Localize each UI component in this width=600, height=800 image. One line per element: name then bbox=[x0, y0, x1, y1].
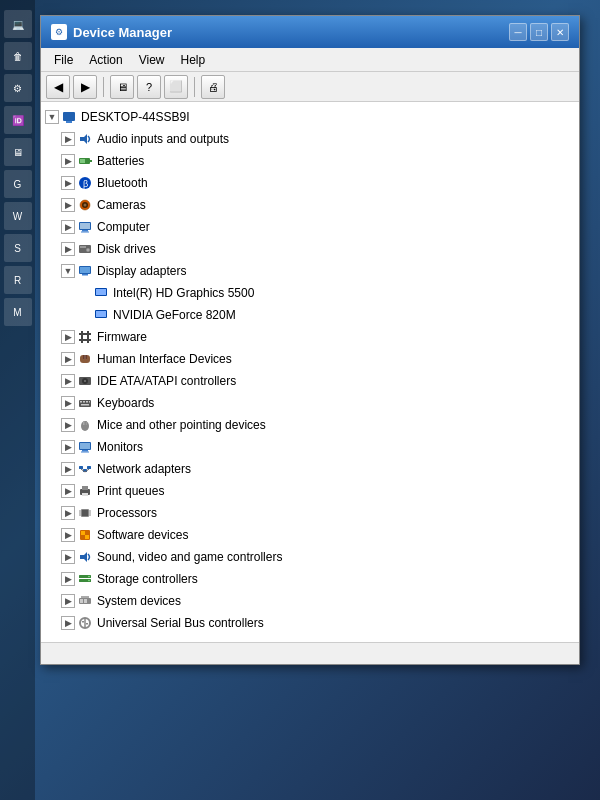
svg-rect-36 bbox=[80, 401, 82, 403]
tree-audio[interactable]: ▶ Audio inputs and outputs bbox=[41, 128, 579, 150]
tree-monitors[interactable]: ▶ Monitors bbox=[41, 436, 579, 458]
menu-file[interactable]: File bbox=[46, 51, 81, 69]
taskbar-ms[interactable]: W bbox=[4, 202, 32, 230]
tree-mice[interactable]: ▶ Mice and other pointing devices bbox=[41, 414, 579, 436]
system-expand[interactable]: ▶ bbox=[61, 594, 75, 608]
sound-expand[interactable]: ▶ bbox=[61, 550, 75, 564]
tree-cameras[interactable]: ▶ Cameras bbox=[41, 194, 579, 216]
menu-view[interactable]: View bbox=[131, 51, 173, 69]
print-expand[interactable]: ▶ bbox=[61, 484, 75, 498]
svg-rect-26 bbox=[79, 333, 91, 335]
tree-intel-gpu[interactable]: Intel(R) HD Graphics 5500 bbox=[41, 282, 579, 304]
cameras-label: Cameras bbox=[97, 198, 146, 212]
audio-expand[interactable]: ▶ bbox=[61, 132, 75, 146]
close-button[interactable]: ✕ bbox=[551, 23, 569, 41]
taskbar-rent[interactable]: R bbox=[4, 266, 32, 294]
taskbar-bin[interactable]: 🗑 bbox=[4, 42, 32, 70]
computer-button[interactable]: 🖥 bbox=[110, 75, 134, 99]
software-label: Software devices bbox=[97, 528, 188, 542]
ide-expand[interactable]: ▶ bbox=[61, 374, 75, 388]
storage-expand[interactable]: ▶ bbox=[61, 572, 75, 586]
tree-ide[interactable]: ▶ IDE ATA/ATAPI controllers bbox=[41, 370, 579, 392]
svg-rect-22 bbox=[96, 289, 106, 295]
print-button[interactable]: 🖨 bbox=[201, 75, 225, 99]
disk-label: Disk drives bbox=[97, 242, 156, 256]
svg-rect-38 bbox=[86, 401, 88, 403]
network-expand[interactable]: ▶ bbox=[61, 462, 75, 476]
network-label: Network adapters bbox=[97, 462, 191, 476]
taskbar-google[interactable]: G bbox=[4, 170, 32, 198]
svg-rect-0 bbox=[63, 112, 75, 121]
bluetooth-icon: β bbox=[77, 175, 93, 191]
monitors-expand[interactable]: ▶ bbox=[61, 440, 75, 454]
tree-sound[interactable]: ▶ Sound, video and game controllers bbox=[41, 546, 579, 568]
tree-storage[interactable]: ▶ Storage controllers bbox=[41, 568, 579, 590]
batteries-expand[interactable]: ▶ bbox=[61, 154, 75, 168]
tree-system[interactable]: ▶ System devices bbox=[41, 590, 579, 612]
firmware-expand[interactable]: ▶ bbox=[61, 330, 75, 344]
computer-icon bbox=[77, 219, 93, 235]
bluetooth-expand[interactable]: ▶ bbox=[61, 176, 75, 190]
help-button[interactable]: ? bbox=[137, 75, 161, 99]
taskbar-pc[interactable]: 💻 bbox=[4, 10, 32, 38]
taskbar-id[interactable]: 🆔 bbox=[4, 106, 32, 134]
tree-usb[interactable]: ▶ Universal Serial Bus controllers bbox=[41, 612, 579, 634]
keyboards-icon bbox=[77, 395, 93, 411]
minimize-button[interactable]: ─ bbox=[509, 23, 527, 41]
svg-rect-20 bbox=[82, 274, 88, 276]
proc-expand[interactable]: ▶ bbox=[61, 506, 75, 520]
tree-keyboards[interactable]: ▶ Keyboards bbox=[41, 392, 579, 414]
svg-rect-5 bbox=[80, 159, 85, 163]
taskbar-ctrl[interactable]: ⚙ bbox=[4, 74, 32, 102]
svg-rect-25 bbox=[81, 331, 83, 343]
cameras-expand[interactable]: ▶ bbox=[61, 198, 75, 212]
disk-icon bbox=[77, 241, 93, 257]
taskbar-media[interactable]: M bbox=[4, 298, 32, 326]
display-expand[interactable]: ▼ bbox=[61, 264, 75, 278]
title-bar: ⚙ Device Manager ─ □ ✕ bbox=[41, 16, 579, 48]
root-expand-icon[interactable]: ▼ bbox=[45, 110, 59, 124]
monitors-icon bbox=[77, 439, 93, 455]
tree-firmware[interactable]: ▶ Firmware bbox=[41, 326, 579, 348]
desktop: 💻 🗑 ⚙ 🆔 🖥 G W S R M ⚙ Device Manager ─ □… bbox=[0, 0, 600, 800]
tree-print[interactable]: ▶ Print queues bbox=[41, 480, 579, 502]
tree-network[interactable]: ▶ Network adapters bbox=[41, 458, 579, 480]
svg-rect-66 bbox=[81, 531, 85, 535]
forward-button[interactable]: ▶ bbox=[73, 75, 97, 99]
intel-gpu-icon bbox=[93, 285, 109, 301]
back-button[interactable]: ◀ bbox=[46, 75, 70, 99]
computer-expand[interactable]: ▶ bbox=[61, 220, 75, 234]
tree-root[interactable]: ▼ DESKTOP-44SSB9I bbox=[41, 106, 579, 128]
tree-hid[interactable]: ▶ Human Interface Devices bbox=[41, 348, 579, 370]
nvidia-gpu-label: NVIDIA GeForce 820M bbox=[113, 308, 236, 322]
tree-display[interactable]: ▼ Display adapters bbox=[41, 260, 579, 282]
taskbar-soft[interactable]: S bbox=[4, 234, 32, 262]
tree-nvidia-gpu[interactable]: NVIDIA GeForce 820M bbox=[41, 304, 579, 326]
computer-label: Computer bbox=[97, 220, 150, 234]
hid-expand[interactable]: ▶ bbox=[61, 352, 75, 366]
svg-point-17 bbox=[86, 248, 90, 252]
keyboards-expand[interactable]: ▶ bbox=[61, 396, 75, 410]
software-expand[interactable]: ▶ bbox=[61, 528, 75, 542]
mice-expand[interactable]: ▶ bbox=[61, 418, 75, 432]
svg-rect-1 bbox=[66, 121, 72, 123]
tree-disk[interactable]: ▶ Disk drives bbox=[41, 238, 579, 260]
window-title: Device Manager bbox=[73, 25, 172, 40]
tree-software[interactable]: ▶ Software devices bbox=[41, 524, 579, 546]
menu-help[interactable]: Help bbox=[173, 51, 214, 69]
tree-bluetooth[interactable]: ▶ β Bluetooth bbox=[41, 172, 579, 194]
tree-computer[interactable]: ▶ Computer bbox=[41, 216, 579, 238]
svg-rect-43 bbox=[85, 421, 87, 425]
usb-expand[interactable]: ▶ bbox=[61, 616, 75, 630]
print-icon bbox=[77, 483, 93, 499]
menu-action[interactable]: Action bbox=[81, 51, 130, 69]
intel-gpu-label: Intel(R) HD Graphics 5500 bbox=[113, 286, 254, 300]
tree-processors[interactable]: ▶ Processors bbox=[41, 502, 579, 524]
device-tree[interactable]: ▼ DESKTOP-44SSB9I ▶ Audio inputs and out… bbox=[41, 102, 579, 642]
taskbar-monitor[interactable]: 🖥 bbox=[4, 138, 32, 166]
taskbar-side: 💻 🗑 ⚙ 🆔 🖥 G W S R M bbox=[0, 0, 35, 800]
properties-button[interactable]: ⬜ bbox=[164, 75, 188, 99]
disk-expand[interactable]: ▶ bbox=[61, 242, 75, 256]
maximize-button[interactable]: □ bbox=[530, 23, 548, 41]
tree-batteries[interactable]: ▶ Batteries bbox=[41, 150, 579, 172]
